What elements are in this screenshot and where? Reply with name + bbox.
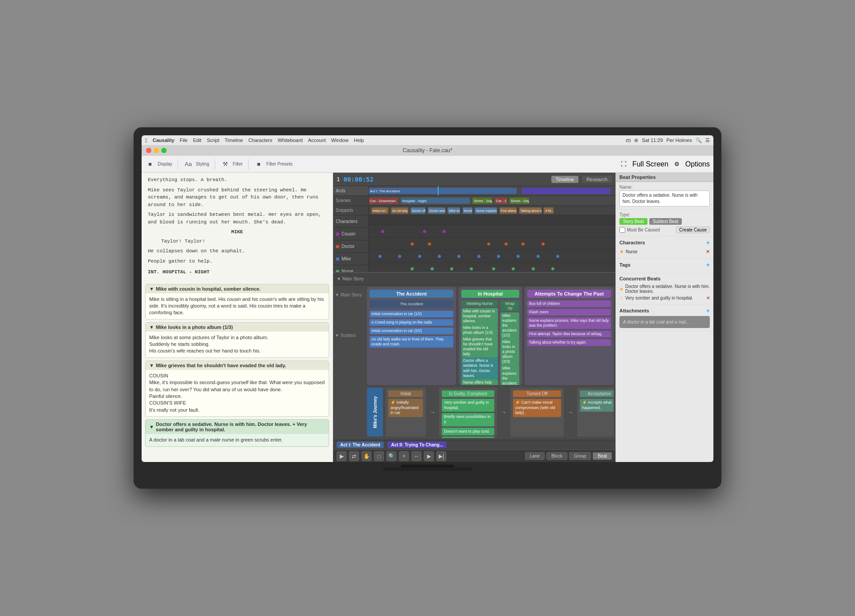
wb-act2-card-5[interactable]: Nurse offers help: [461, 379, 498, 385]
bp-add-tag-btn[interactable]: +: [706, 261, 710, 268]
beat-card-3-header[interactable]: ▼ Mike grieves that he shouldn't have ev…: [146, 361, 329, 370]
menu-timeline[interactable]: Timeline: [225, 138, 243, 143]
tool-swap[interactable]: ⇄: [349, 451, 359, 461]
wb-act2-card-2[interactable]: Mike looks in a photo album (1/3): [461, 324, 498, 336]
tab-research[interactable]: Research: [582, 176, 612, 183]
bp-name-value[interactable]: Doctor offers a sedative. Nurse is with …: [619, 190, 710, 207]
tool-cursor[interactable]: ▶: [337, 451, 346, 461]
search-icon[interactable]: 🔍: [696, 138, 702, 143]
menu-script[interactable]: Script: [207, 138, 219, 143]
view-block[interactable]: Block: [546, 452, 567, 460]
wb-act1-card-1[interactable]: Initial conversation in car (1/2): [370, 311, 453, 317]
view-lane[interactable]: Lane: [525, 452, 545, 460]
tool-play[interactable]: ▶: [424, 451, 434, 461]
menu-edit[interactable]: Edit: [193, 138, 201, 143]
menu-characters[interactable]: Characters: [248, 138, 273, 143]
menubar:  Causality File Edit Script Timeline Ch…: [142, 135, 713, 145]
wb-footer-act1: Act I: The Accident: [337, 442, 384, 448]
wb-act2-cols: Meeting Nurse Mike with cousin in hospit…: [461, 300, 519, 385]
bp-type-story-btn[interactable]: Story Beat: [619, 218, 647, 225]
main-story-label[interactable]: ▼ Main Story: [335, 292, 367, 297]
wb-act2-wrapup-1[interactable]: Mike explains the accident. (1/2): [501, 312, 519, 339]
tool-zoom-fit[interactable]: ↔: [411, 451, 421, 461]
subtext-guilty-card-1[interactable]: Very somber and guilty in hospital.: [442, 399, 494, 412]
wb-act1-card-4[interactable]: An old lady walks out in front of them. …: [370, 336, 453, 348]
script-text-area: Everything stops. A breath. Mike sees Ta…: [142, 173, 333, 281]
tl-row-acts: Act I: The Accident: [369, 186, 615, 196]
script-line-4: He collapses down on the asphalt.: [148, 247, 326, 255]
display-icon[interactable]: ■: [145, 159, 155, 169]
tool-zoom-in[interactable]: +: [399, 451, 409, 461]
wb-act2-card-4[interactable]: Doctor offers a sedative. Nurse is with …: [461, 357, 498, 379]
scene-heading-hospital: INT. HOSPITAL - NIGHT: [148, 268, 326, 276]
wb-act2-card-1[interactable]: Mike with cousin in hospital, somber sil…: [461, 308, 498, 324]
subtext-acceptance-card[interactable]: ⚡ Accepts what happened.: [580, 399, 614, 412]
script-line-5: People gather to help.: [148, 258, 326, 265]
beat-card-2-header[interactable]: ▼ Mike looks in a photo album (1/3): [146, 323, 329, 332]
bp-add-attachment-btn[interactable]: +: [706, 307, 710, 314]
menu-help[interactable]: Help: [354, 138, 364, 143]
mikes-journey-label: Mike's Journey: [367, 388, 383, 437]
menu-whiteboard[interactable]: Whiteboard: [277, 138, 302, 143]
tool-frame[interactable]: □: [374, 451, 384, 461]
beat-card-1-header[interactable]: ▼ Mike with cousin in hospital, somber s…: [146, 284, 329, 293]
wb-act3-card-2[interactable]: Flash zoom: [527, 309, 611, 316]
bp-beat2-star: ☆: [619, 296, 623, 300]
wb-act2-wrapup-2[interactable]: Mike looks in a photo album (3/3): [501, 339, 519, 365]
wb-act1-card-2[interactable]: A Creed song is playing on the radio: [370, 319, 453, 326]
subtext-guilty-card-2[interactable]: Briefly sees possibilities in it: [442, 413, 494, 426]
subtext-guilty-card-4[interactable]: Follows instructions without objecting: [442, 437, 494, 438]
close-button[interactable]: [146, 148, 151, 153]
tl-lbl-nurse: Nurse: [333, 265, 368, 273]
subtext-turned-off-card[interactable]: ⚡ Can't make moral compromises (with old…: [513, 399, 561, 417]
timecode-display: 00:00:52: [343, 176, 373, 183]
styling-icon[interactable]: Aa: [183, 159, 193, 169]
subtext-acceptance-col: Acceptance ⚡ Accepts what happened.: [577, 388, 614, 437]
bp-add-character-btn[interactable]: +: [706, 239, 710, 246]
wb-act3-card-3[interactable]: Nurse explains process. Mike says that o…: [527, 317, 611, 329]
bp-tags-title: Tags: [619, 262, 631, 267]
subtext-guilty-card-3[interactable]: Doesn't want to play God.: [442, 428, 494, 436]
view-beat[interactable]: Beat: [593, 452, 612, 460]
wb-act2-wrapup-3[interactable]: Mike explains the accident. (2/2): [501, 365, 519, 385]
menu-file[interactable]: File: [180, 138, 188, 143]
wb-act1-card-3[interactable]: Initial conversation in car (2/2): [370, 328, 453, 334]
menu-window[interactable]: Window: [331, 138, 348, 143]
bp-beat2-remove[interactable]: ✕: [706, 296, 710, 300]
must-be-caused-checkbox[interactable]: [619, 227, 625, 233]
create-cause-btn[interactable]: Create Cause: [676, 227, 710, 233]
bp-attachment-image[interactable]: A doctor in a lab coat and a mal...: [619, 316, 710, 328]
view-group[interactable]: Group: [569, 452, 591, 460]
tab-timeline[interactable]: Timeline: [551, 176, 578, 183]
options-icon[interactable]: ⚙: [672, 159, 682, 169]
tool-zoom-out[interactable]: 🔍: [387, 451, 396, 461]
menu-icon[interactable]: ☰: [705, 138, 710, 143]
script-panel[interactable]: Everything stops. A breath. Mike sees Ta…: [142, 173, 333, 462]
beat-card-4-header[interactable]: ▼ Doctor offers a sedative. Nurse is wit…: [146, 420, 329, 434]
maximize-button[interactable]: [161, 148, 167, 153]
menu-account[interactable]: Account: [308, 138, 326, 143]
wb-act2-card-3[interactable]: Mike grieves that he shouldn't have evad…: [461, 336, 498, 357]
display-label: Display: [158, 162, 172, 166]
char-name-mike: MIKE: [148, 228, 326, 236]
full-screen-icon[interactable]: ⛶: [619, 159, 629, 169]
filter-icon[interactable]: ⚒: [220, 159, 230, 169]
wb-act3-card-4[interactable]: First attempt. Taylor dies because of ai…: [527, 331, 611, 337]
subtext-label[interactable]: ▼ Subtext: [335, 333, 367, 338]
subtext-initial-card[interactable]: ⚡ Initially angry/frustrated in car: [388, 399, 423, 417]
bp-name-label: Name:: [619, 185, 710, 190]
wb-act3-title: Attempts To Change The Past: [527, 290, 611, 298]
arrow-3: →: [566, 388, 574, 437]
bp-char-nurse-remove[interactable]: ✕: [706, 249, 710, 255]
minimize-button[interactable]: [154, 148, 159, 153]
wb-act3-card-1[interactable]: Bus full of children: [527, 300, 611, 307]
filter-presets-icon[interactable]: ■: [254, 159, 264, 169]
act1-bar: Act I: The Accident: [369, 188, 517, 194]
script-line-2: Mike sees Taylor crushed behind the stee…: [148, 186, 326, 209]
cousin-dialog: Mike, it's impossible to second-guess yo…: [149, 379, 325, 393]
bp-type-subtext-btn[interactable]: Subtext Beat: [649, 218, 682, 225]
tool-hand[interactable]: ✋: [362, 451, 371, 461]
wb-act3-card-5[interactable]: Talking about whether to try again.: [527, 339, 611, 346]
script-line-1: Everything stops. A breath.: [148, 176, 326, 184]
tool-skip[interactable]: ▶|: [436, 451, 446, 461]
